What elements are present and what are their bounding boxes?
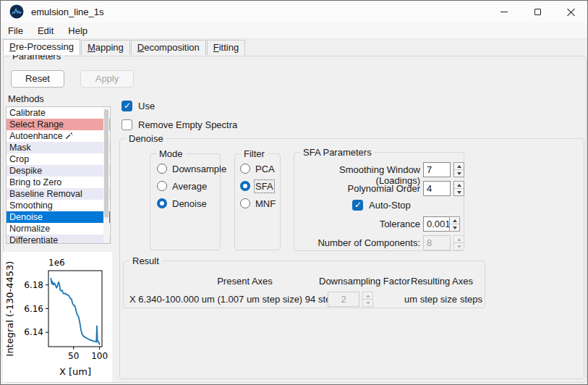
result-axis-text: X 6.340-100.000 um (1.007 um step size) … bbox=[129, 294, 341, 305]
denoise-group: Denoise Mode Downsample Average Denoise … bbox=[119, 138, 584, 379]
maximize-button[interactable] bbox=[521, 1, 554, 22]
tab-bar: Pre-Processing Mapping Decomposition Fit… bbox=[3, 39, 246, 55]
window-title: emulsion_line_1s bbox=[31, 7, 103, 17]
methods-scrollbar[interactable] bbox=[103, 108, 109, 242]
method-item-autoenhance[interactable]: Autoenhance bbox=[7, 130, 110, 142]
downsampling-factor-spin-buttons bbox=[362, 292, 373, 307]
result-group-label: Result bbox=[129, 255, 162, 266]
reset-button[interactable]: Reset bbox=[11, 70, 64, 88]
filter-group: Filter PCA SFA MNF bbox=[234, 153, 281, 250]
auto-stop-checkbox[interactable]: Auto-Stop bbox=[352, 199, 411, 211]
number-of-components-spin-buttons bbox=[453, 235, 464, 250]
radio-selected-icon bbox=[157, 198, 167, 208]
number-of-components-label: Number of Components: bbox=[294, 237, 420, 248]
radio-average[interactable]: Average bbox=[157, 180, 207, 192]
app-logo-icon bbox=[9, 4, 24, 19]
radio-unselected-icon bbox=[157, 164, 167, 174]
apply-button: Apply bbox=[80, 70, 134, 88]
close-icon bbox=[567, 8, 575, 16]
mode-group-label: Mode bbox=[156, 148, 186, 159]
checkbox-checked-icon bbox=[352, 200, 363, 211]
methods-label: Methods bbox=[8, 93, 44, 104]
method-item-bring-to-zero[interactable]: Bring to Zero bbox=[7, 177, 110, 188]
menu-edit[interactable]: Edit bbox=[30, 24, 61, 38]
smoothing-window-spinbox[interactable]: 7 bbox=[423, 162, 451, 177]
radio-unselected-icon bbox=[240, 198, 250, 208]
menu-bar: File Edit Help bbox=[1, 22, 587, 39]
downsampling-factor-spinbox: 2 bbox=[328, 292, 359, 307]
title-bar[interactable]: emulsion_line_1s bbox=[1, 1, 587, 22]
radio-mnf[interactable]: MNF bbox=[240, 198, 276, 209]
minimize-button[interactable] bbox=[487, 1, 521, 22]
method-item-denoise[interactable]: Denoise bbox=[7, 211, 110, 223]
method-item-crop[interactable]: Crop bbox=[7, 153, 110, 165]
line-chart: 6.186.166.14501001e6X [um]Integral (-130… bbox=[3, 252, 112, 382]
svg-text:6.14: 6.14 bbox=[24, 327, 43, 337]
method-item-select-range[interactable]: Select Range bbox=[7, 119, 110, 130]
result-group: Result Present Axes Downsampling Factor … bbox=[123, 261, 485, 308]
svg-text:6.16: 6.16 bbox=[24, 304, 43, 314]
mode-group: Mode Downsample Average Denoise bbox=[150, 153, 221, 250]
svg-text:1e6: 1e6 bbox=[48, 258, 65, 268]
number-of-components-spinbox: 8 bbox=[423, 235, 451, 250]
checkbox-checked-icon bbox=[122, 101, 132, 111]
svg-text:X [um]: X [um] bbox=[59, 366, 91, 377]
filter-group-label: Filter bbox=[241, 148, 268, 159]
svg-text:6.18: 6.18 bbox=[24, 280, 43, 290]
tab-fitting[interactable]: Fitting bbox=[207, 40, 245, 55]
menu-help[interactable]: Help bbox=[61, 24, 95, 38]
tab-decomposition[interactable]: Decomposition bbox=[131, 40, 206, 55]
radio-downsample[interactable]: Downsample bbox=[157, 163, 226, 174]
methods-scrollbar-thumb[interactable] bbox=[104, 109, 108, 218]
method-item-baseline-removal[interactable]: Baseline Removal bbox=[7, 188, 110, 200]
radio-denoise[interactable]: Denoise bbox=[157, 198, 207, 209]
radio-pca[interactable]: PCA bbox=[240, 163, 275, 174]
method-item-despike[interactable]: Despike bbox=[7, 165, 110, 177]
tab-mapping[interactable]: Mapping bbox=[81, 40, 130, 55]
present-axes-header: Present Axes bbox=[167, 276, 323, 287]
maximize-icon bbox=[534, 9, 541, 15]
method-item-calibrate[interactable]: Calibrate bbox=[7, 107, 110, 119]
auto-stop-label: Auto-Stop bbox=[369, 200, 411, 211]
svg-text:Integral (-130-4453): Integral (-130-4453) bbox=[4, 261, 15, 357]
methods-list: Calibrate Select Range Autoenhance Mask … bbox=[6, 106, 111, 244]
radio-unselected-icon bbox=[157, 181, 167, 191]
minimize-icon bbox=[500, 12, 508, 12]
sfa-parameters-group-label: SFA Parameters bbox=[300, 147, 375, 158]
method-item-smoothing[interactable]: Smoothing bbox=[7, 200, 110, 211]
resulting-axes-header: Resulting Axes bbox=[399, 276, 485, 287]
method-item-differentiate[interactable]: Differentiate bbox=[7, 234, 110, 244]
use-label: Use bbox=[138, 101, 155, 111]
polynomial-order-spin-buttons[interactable] bbox=[453, 181, 464, 196]
checkbox-unchecked-icon bbox=[122, 119, 132, 130]
remove-empty-spectra-label: Remove Empty Spectra bbox=[138, 119, 237, 130]
app-window: emulsion_line_1s File Edit Help Pre-Proc… bbox=[0, 0, 588, 385]
radio-unselected-icon bbox=[240, 164, 250, 174]
sfa-parameters-group: SFA Parameters Smoothing Window (Loading… bbox=[294, 152, 464, 251]
svg-text:50: 50 bbox=[68, 351, 79, 361]
tolerance-spin-buttons[interactable] bbox=[449, 216, 460, 232]
menu-file[interactable]: File bbox=[1, 24, 30, 38]
use-checkbox[interactable]: Use bbox=[122, 100, 155, 111]
smoothing-window-spin-buttons[interactable] bbox=[453, 162, 464, 177]
resulting-steps-text: steps bbox=[460, 294, 482, 305]
close-button[interactable] bbox=[554, 1, 587, 22]
method-item-mask[interactable]: Mask bbox=[7, 142, 110, 153]
polynomial-order-label: Polynomial Order bbox=[294, 183, 420, 194]
svg-text:100: 100 bbox=[91, 351, 108, 361]
resulting-unit-text: um step size bbox=[404, 294, 457, 305]
tolerance-label: Tolerance bbox=[294, 219, 420, 229]
tab-pre-processing[interactable]: Pre-Processing bbox=[3, 39, 80, 55]
radio-selected-icon bbox=[240, 181, 250, 191]
tolerance-spinbox[interactable]: 0.001 bbox=[423, 216, 450, 232]
downsampling-factor-header: Downsampling Factor bbox=[319, 276, 407, 287]
remove-empty-spectra-checkbox[interactable]: Remove Empty Spectra bbox=[122, 119, 237, 130]
polynomial-order-spinbox[interactable]: 4 bbox=[423, 181, 451, 196]
denoise-group-label: Denoise bbox=[126, 133, 166, 144]
magic-wand-icon bbox=[65, 132, 73, 140]
spectrum-plot: 6.186.166.14501001e6X [um]Integral (-130… bbox=[3, 252, 112, 382]
radio-sfa[interactable]: SFA bbox=[240, 180, 273, 192]
method-item-normalize[interactable]: Normalize bbox=[7, 223, 110, 234]
